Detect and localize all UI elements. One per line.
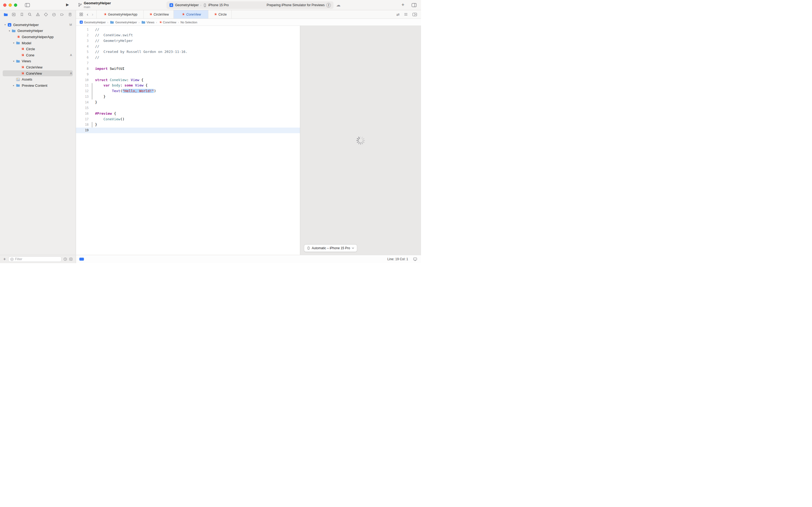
zoom-button[interactable]	[14, 3, 17, 7]
reports-icon[interactable]	[67, 12, 73, 17]
sidebar-item-coneview[interactable]: ConeViewA	[0, 70, 75, 76]
activity-status-pill[interactable]: A GeometryHelper › iPhone 15 Pro Prepari…	[167, 1, 334, 9]
scm-status-filter-icon[interactable]	[69, 257, 73, 261]
adjust-editor-options-icon[interactable]	[404, 13, 408, 16]
line-number[interactable]: 6	[76, 55, 89, 60]
line-number[interactable]: 1	[76, 27, 89, 33]
code-line[interactable]: 15	[76, 105, 300, 111]
preview-device-selector[interactable]: Automatic – iPhone 15 Pro	[304, 244, 357, 252]
code-line[interactable]: 1//	[76, 27, 300, 33]
line-number[interactable]: 18	[76, 122, 89, 127]
disclosure-down-icon[interactable]: ▾	[12, 60, 15, 63]
line-number[interactable]: 15	[76, 105, 89, 111]
sidebar-item-geometryhelperapp[interactable]: GeometryHelperApp	[0, 34, 75, 40]
line-number[interactable]: 11	[76, 83, 89, 88]
swap-editors-icon[interactable]: ⇄	[396, 12, 400, 17]
breakpoints-icon[interactable]	[59, 12, 65, 17]
issues-icon[interactable]	[35, 12, 41, 17]
toggle-sidebar-icon[interactable]	[25, 3, 30, 7]
line-number[interactable]: 2	[76, 33, 89, 38]
code-line[interactable]: 18}	[76, 122, 300, 127]
line-number[interactable]: 3	[76, 38, 89, 44]
sidebar-item-model[interactable]: ▾Model	[0, 40, 75, 46]
disclosure-right-icon[interactable]: ▸	[12, 84, 15, 87]
line-number[interactable]: 13	[76, 94, 89, 100]
disclosure-down-icon[interactable]: ▾	[12, 42, 15, 44]
change-indicator-bar[interactable]	[92, 122, 93, 127]
disclosure-down-icon[interactable]: ▾	[3, 23, 7, 26]
activity-count-badge[interactable]: 2	[326, 3, 331, 7]
code-line[interactable]: 7	[76, 60, 300, 66]
line-number[interactable]: 7	[76, 60, 89, 66]
code-line[interactable]: 11 var body: some View {	[76, 83, 300, 88]
line-number[interactable]: 10	[76, 77, 89, 83]
sidebar-item-preview-content[interactable]: ▸Preview Content	[0, 82, 75, 89]
line-number[interactable]: 14	[76, 100, 89, 105]
code-line[interactable]: 14}	[76, 100, 300, 105]
code-line[interactable]: 2// ConeView.swift	[76, 33, 300, 38]
line-number[interactable]: 4	[76, 44, 89, 49]
code-line[interactable]: 12 Text("Hello, World!")	[76, 88, 300, 94]
breadcrumb-item-no-selection[interactable]: No Selection	[180, 21, 197, 24]
tests-icon[interactable]	[43, 12, 49, 17]
sidebar-item-assets[interactable]: Assets	[0, 76, 75, 82]
change-indicator-bar[interactable]	[92, 83, 93, 100]
sidebar-item-views[interactable]: ▾Views	[0, 58, 75, 64]
code-line[interactable]: 9	[76, 72, 300, 77]
source-editor[interactable]: 1//2// ConeView.swift3// GeometryHelper4…	[76, 26, 300, 255]
line-number[interactable]: 17	[76, 117, 89, 122]
line-number[interactable]: 8	[76, 66, 89, 72]
run-button[interactable]: ▶	[66, 2, 69, 7]
tab-coneview[interactable]: ConeView	[174, 10, 209, 18]
add-editor-icon[interactable]	[412, 12, 417, 17]
code-line[interactable]: 17 ConeView()	[76, 117, 300, 122]
breadcrumb-item-views[interactable]: Views	[141, 20, 155, 24]
breadcrumb-item-geometryhelper[interactable]: AGeometryHelper	[79, 20, 106, 24]
run-destination[interactable]: iPhone 15 Pro	[209, 3, 229, 7]
add-button[interactable]: +	[401, 2, 404, 8]
breadcrumb-item-geometryhelper[interactable]: GeometryHelper	[110, 20, 137, 24]
scheme-area[interactable]: GeometryHelper main	[78, 1, 111, 9]
code-line[interactable]: 8import SwiftUI	[76, 66, 300, 72]
sidebar-item-circle[interactable]: Circle	[0, 46, 75, 52]
filter-input[interactable]	[15, 257, 60, 261]
line-number[interactable]: 9	[76, 72, 89, 77]
close-button[interactable]	[3, 3, 6, 7]
tab-circle[interactable]: Circle	[209, 10, 232, 18]
minimize-button[interactable]	[9, 3, 12, 7]
code-line[interactable]: 19	[76, 127, 300, 133]
back-icon[interactable]: ‹	[87, 12, 89, 17]
display-icon[interactable]	[413, 257, 417, 261]
code-line[interactable]: 5// Created by Russell Gordon on 2023-11…	[76, 49, 300, 55]
sidebar-item-cone[interactable]: ConeA	[0, 52, 75, 58]
disclosure-down-icon[interactable]: ▾	[7, 30, 11, 32]
bookmarks-icon[interactable]	[19, 12, 24, 17]
recents-clock-icon[interactable]	[63, 257, 67, 261]
tab-geometryhelperapp[interactable]: GeometryHelperApp	[97, 10, 143, 18]
find-icon[interactable]	[27, 12, 33, 17]
code-line[interactable]: 16#Preview {	[76, 111, 300, 117]
code-line[interactable]: 4//	[76, 44, 300, 49]
sidebar-item-circleview[interactable]: CircleView	[0, 64, 75, 70]
forward-icon[interactable]: ›	[92, 12, 94, 17]
line-number[interactable]: 5	[76, 49, 89, 55]
filter-field[interactable]	[8, 257, 61, 262]
editor-only-mode-icon[interactable]	[79, 258, 84, 261]
sidebar-item-geometryhelper[interactable]: ▾GeometryHelper	[0, 28, 75, 34]
line-number[interactable]: 12	[76, 88, 89, 94]
editor-layout-icon[interactable]	[411, 3, 417, 7]
code-line[interactable]: 3// GeometryHelper	[76, 38, 300, 44]
breadcrumb-item-coneview[interactable]: ConeView	[159, 21, 176, 24]
code-line[interactable]: 6//	[76, 55, 300, 60]
add-file-icon[interactable]: +	[3, 257, 6, 262]
code-line[interactable]: 10struct ConeView: View {	[76, 77, 300, 83]
sidebar-item-geometryhelper[interactable]: ▾AGeometryHelperM	[0, 22, 75, 28]
line-number[interactable]: 19	[76, 127, 89, 133]
project-navigator-icon[interactable]	[3, 12, 8, 17]
cloud-status-icon[interactable]: ☁	[336, 2, 341, 7]
code-line[interactable]: 13 }	[76, 94, 300, 100]
debug-icon[interactable]	[51, 12, 57, 17]
scheme-name[interactable]: GeometryHelper	[175, 3, 199, 7]
source-control-icon[interactable]	[11, 12, 16, 17]
related-items-icon[interactable]	[79, 12, 83, 16]
